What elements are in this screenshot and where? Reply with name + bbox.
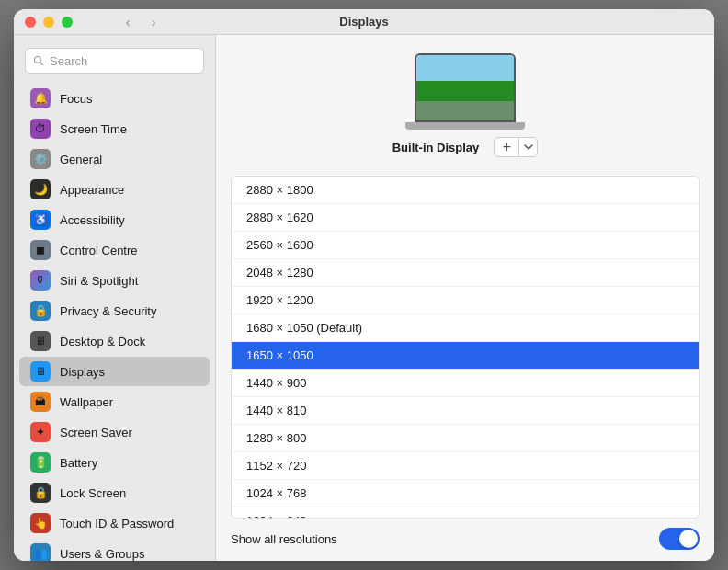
resolutions-list: 2880 × 18002880 × 16202560 × 16002048 × …	[231, 176, 700, 519]
sidebar-item-privacy-security[interactable]: 🔒Privacy & Security	[19, 296, 210, 325]
resolution-item[interactable]: 1920 × 1200	[232, 287, 699, 314]
display-base	[405, 122, 525, 130]
toggle-knob	[679, 530, 698, 548]
sidebar-label-accessibility: Accessibility	[60, 213, 125, 227]
display-label-row: Built-in Display +	[392, 137, 539, 157]
sidebar-label-appearance: Appearance	[60, 183, 124, 197]
control-centre-icon: ◼	[30, 240, 51, 260]
wallpaper-icon: 🏔	[30, 392, 51, 412]
svg-line-1	[40, 63, 43, 65]
search-container: Search	[14, 42, 215, 83]
main-content-area: Search 🔔Focus⏱Screen Time⚙️General🌙Appea…	[14, 35, 714, 561]
general-icon: ⚙️	[30, 149, 51, 169]
resolution-item[interactable]: 1280 × 800	[232, 425, 699, 452]
sidebar-item-appearance[interactable]: 🌙Appearance	[19, 175, 210, 204]
close-button[interactable]	[25, 17, 36, 28]
add-display-button[interactable]: +	[494, 137, 519, 157]
sidebar-label-screen-time: Screen Time	[60, 122, 127, 136]
sidebar-label-privacy-security: Privacy & Security	[60, 304, 156, 318]
sidebar-item-siri-spotlight[interactable]: 🎙Siri & Spotlight	[19, 266, 210, 295]
sidebar-item-battery[interactable]: 🔋Battery	[19, 448, 210, 477]
sidebar-items-list: 🔔Focus⏱Screen Time⚙️General🌙Appearance♿A…	[14, 84, 215, 561]
sidebar-item-lock-screen[interactable]: 🔒Lock Screen	[19, 478, 210, 507]
sidebar-label-users-groups: Users & Groups	[60, 547, 144, 561]
screen-saver-icon: ✦	[30, 422, 51, 442]
system-preferences-window: ‹ › Displays Search 🔔Focus⏱Screen Time⚙️…	[14, 9, 714, 561]
appearance-icon: 🌙	[30, 179, 51, 200]
sidebar-item-users-groups[interactable]: 👥Users & Groups	[19, 539, 210, 561]
sidebar-label-control-centre: Control Centre	[60, 244, 138, 257]
show-all-label: Show all resolutions	[231, 532, 337, 546]
chevron-down-icon	[524, 144, 533, 150]
sidebar-item-control-centre[interactable]: ◼Control Centre	[19, 235, 210, 265]
resolution-item[interactable]: 1680 × 1050 (Default)	[232, 314, 699, 342]
titlebar-nav: ‹ ›	[117, 13, 165, 31]
resolution-item[interactable]: 2880 × 1800	[232, 177, 699, 204]
display-image	[416, 55, 514, 120]
users-groups-icon: 👥	[30, 543, 51, 561]
desktop-dock-icon: 🖥	[30, 331, 51, 351]
sidebar-label-touch-id: Touch ID & Password	[60, 517, 174, 530]
sidebar-item-displays[interactable]: 🖥Displays	[19, 357, 210, 386]
search-icon	[33, 55, 44, 66]
resolution-item[interactable]: 1152 × 720	[232, 452, 699, 480]
sidebar-item-desktop-dock[interactable]: 🖥Desktop & Dock	[19, 326, 210, 356]
resolution-item[interactable]: 2880 × 1620	[232, 204, 699, 232]
focus-icon: 🔔	[30, 88, 51, 108]
lock-screen-icon: 🔒	[30, 483, 51, 503]
forward-button[interactable]: ›	[142, 13, 165, 31]
battery-icon: 🔋	[30, 452, 51, 473]
back-button[interactable]: ‹	[117, 13, 139, 31]
sidebar-item-screen-saver[interactable]: ✦Screen Saver	[19, 417, 210, 447]
minimize-button[interactable]	[43, 17, 54, 28]
resolution-item[interactable]: 1650 × 1050	[232, 342, 699, 370]
resolution-item[interactable]: 1440 × 810	[232, 397, 699, 425]
resolution-item[interactable]: 2560 × 1600	[232, 232, 699, 259]
sidebar-item-screen-time[interactable]: ⏱Screen Time	[19, 114, 210, 143]
search-placeholder: Search	[50, 54, 87, 68]
siri-spotlight-icon: 🎙	[30, 270, 51, 291]
resolution-item[interactable]: 2048 × 1280	[232, 259, 699, 287]
sidebar-label-general: General	[60, 153, 102, 166]
display-dropdown-button[interactable]	[519, 137, 538, 157]
titlebar: ‹ › Displays	[14, 9, 714, 35]
sidebar: Search 🔔Focus⏱Screen Time⚙️General🌙Appea…	[14, 35, 216, 561]
sidebar-label-battery: Battery	[60, 456, 97, 470]
search-box[interactable]: Search	[25, 48, 204, 74]
privacy-security-icon: 🔒	[30, 301, 51, 321]
sidebar-label-lock-screen: Lock Screen	[60, 486, 126, 500]
show-all-toggle[interactable]	[659, 528, 700, 550]
displays-panel: Built-in Display + 2880 × 18002880 × 162…	[216, 35, 714, 561]
sidebar-item-wallpaper[interactable]: 🏔Wallpaper	[19, 387, 210, 416]
sidebar-item-touch-id[interactable]: 👆Touch ID & Password	[19, 508, 210, 538]
display-label: Built-in Display	[392, 141, 480, 154]
sidebar-label-focus: Focus	[60, 92, 92, 106]
touch-id-icon: 👆	[30, 513, 51, 533]
resolution-item[interactable]: 1440 × 900	[232, 370, 699, 397]
sidebar-item-focus[interactable]: 🔔Focus	[19, 84, 210, 113]
window-title: Displays	[339, 15, 388, 28]
resolution-item[interactable]: 1024 × 768	[232, 480, 699, 507]
maximize-button[interactable]	[62, 17, 73, 28]
sidebar-label-displays: Displays	[60, 365, 105, 379]
display-header: Built-in Display +	[216, 35, 714, 176]
screen-time-icon: ⏱	[30, 119, 51, 139]
resolution-item[interactable]: 1024 × 640	[232, 507, 699, 519]
sidebar-item-accessibility[interactable]: ♿Accessibility	[19, 205, 210, 234]
sidebar-label-desktop-dock: Desktop & Dock	[60, 335, 145, 348]
sidebar-label-siri-spotlight: Siri & Spotlight	[60, 274, 138, 288]
sidebar-item-general[interactable]: ⚙️General	[19, 144, 210, 174]
accessibility-icon: ♿	[30, 210, 51, 230]
sidebar-label-wallpaper: Wallpaper	[60, 395, 113, 409]
sidebar-label-screen-saver: Screen Saver	[60, 426, 132, 439]
display-thumbnail	[415, 53, 516, 122]
displays-icon: 🖥	[30, 361, 51, 382]
show-all-row: Show all resolutions	[216, 519, 714, 561]
